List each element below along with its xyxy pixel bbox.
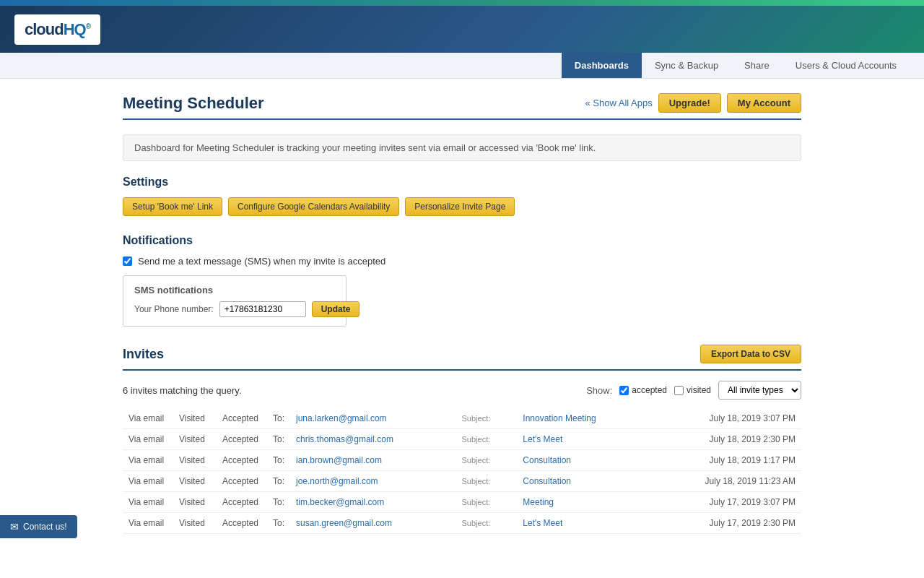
subject-link[interactable]: Meeting — [523, 497, 554, 507]
cell-to: To: — [267, 408, 290, 429]
invites-header: Invites Export Data to CSV — [123, 345, 801, 371]
page-header-actions: « Show All Apps Upgrade! My Account — [585, 93, 802, 113]
cell-to: To: — [267, 471, 290, 492]
upgrade-button[interactable]: Upgrade! — [658, 93, 721, 113]
filter-accepted-item: accepted — [619, 385, 667, 395]
cell-email: tim.becker@gmail.com — [290, 492, 456, 513]
table-row: Via email Visited Accepted To: ian.brown… — [123, 450, 801, 471]
update-button[interactable]: Update — [312, 301, 360, 317]
cell-visited: Visited — [173, 492, 217, 513]
nav-tab-share[interactable]: Share — [731, 53, 783, 78]
top-accent-bar — [0, 0, 924, 6]
filter-checkboxes: accepted visited — [619, 385, 711, 395]
cell-accepted: Accepted — [217, 408, 267, 429]
cell-visited: Visited — [173, 513, 217, 534]
subject-link[interactable]: Let's Meet — [523, 518, 562, 528]
cell-date: July 18, 2019 2:30 PM — [646, 429, 801, 450]
email-link[interactable]: juna.larken@gmail.com — [296, 413, 387, 423]
phone-label: Your Phone number: — [134, 304, 214, 314]
cell-email: juna.larken@gmail.com — [290, 408, 456, 429]
cell-subject: Let's Meet — [517, 429, 646, 450]
cell-subject-label: Subject: — [456, 408, 518, 429]
cell-subject: Consultation — [517, 450, 646, 471]
email-link[interactable]: chris.thomas@gmail.com — [296, 434, 393, 444]
show-label: Show: — [586, 385, 612, 396]
cell-email: joe.north@gmail.com — [290, 471, 456, 492]
cell-to: To: — [267, 513, 290, 534]
table-row: Via email Visited Accepted To: tim.becke… — [123, 492, 801, 513]
cell-subject-label: Subject: — [456, 429, 518, 450]
settings-title: Settings — [123, 176, 801, 189]
cell-accepted: Accepted — [217, 513, 267, 534]
cell-via: Via email — [123, 429, 173, 450]
subject-link[interactable]: Consultation — [523, 476, 571, 486]
configure-calendar-button[interactable]: Configure Google Calendars Availability — [228, 197, 399, 216]
filter-visited-checkbox[interactable] — [674, 386, 684, 395]
cell-visited: Visited — [173, 408, 217, 429]
notifications-section: Notifications Send me a text message (SM… — [123, 234, 801, 327]
sms-row: Your Phone number: Update — [134, 301, 335, 317]
cell-visited: Visited — [173, 429, 217, 450]
cell-email: susan.green@gmail.com — [290, 513, 456, 534]
email-link[interactable]: susan.green@gmail.com — [296, 518, 392, 528]
cell-subject: Innovation Meeting — [517, 408, 646, 429]
show-all-apps-link[interactable]: « Show All Apps — [585, 98, 653, 108]
logo: cloudHQ® — [14, 14, 100, 45]
page-description: Dashboard for Meeting Scheduler is track… — [123, 134, 801, 161]
nav-tab-sync-backup[interactable]: Sync & Backup — [642, 53, 731, 78]
cell-accepted: Accepted — [217, 429, 267, 450]
cell-via: Via email — [123, 492, 173, 513]
setup-bookme-button[interactable]: Setup 'Book me' Link — [123, 197, 222, 216]
cell-accepted: Accepted — [217, 471, 267, 492]
contact-us-button[interactable]: ✉ Contact us! — [0, 515, 77, 538]
my-account-button[interactable]: My Account — [727, 93, 801, 113]
invite-type-select[interactable]: All invite types Accepted Visited — [718, 381, 801, 400]
phone-input[interactable] — [219, 301, 306, 317]
table-row: Via email Visited Accepted To: juna.lark… — [123, 408, 801, 429]
subject-link[interactable]: Consultation — [523, 455, 571, 465]
cell-via: Via email — [123, 450, 173, 471]
sms-checkbox[interactable] — [123, 256, 132, 266]
cell-visited: Visited — [173, 471, 217, 492]
cell-subject: Meeting — [517, 492, 646, 513]
table-row: Via email Visited Accepted To: susan.gre… — [123, 513, 801, 534]
export-csv-button[interactable]: Export Data to CSV — [700, 345, 801, 363]
subject-link[interactable]: Let's Meet — [523, 434, 562, 444]
contact-label: Contact us! — [23, 522, 67, 532]
invites-table: Via email Visited Accepted To: juna.lark… — [123, 408, 801, 534]
page-title: Meeting Scheduler — [123, 94, 264, 113]
personalize-button[interactable]: Personalize Invite Page — [405, 197, 515, 216]
filter-row: 6 invites matching the query. Show: acce… — [123, 381, 801, 400]
email-link[interactable]: tim.becker@gmail.com — [296, 497, 384, 507]
cell-via: Via email — [123, 408, 173, 429]
filter-accepted-checkbox[interactable] — [619, 386, 629, 395]
filter-visited-item: visited — [674, 385, 711, 395]
cell-subject-label: Subject: — [456, 450, 518, 471]
subject-link[interactable]: Innovation Meeting — [523, 413, 596, 423]
cell-date: July 18, 2019 1:17 PM — [646, 450, 801, 471]
cell-subject: Let's Meet — [517, 513, 646, 534]
cell-accepted: Accepted — [217, 450, 267, 471]
cell-subject-label: Subject: — [456, 492, 518, 513]
main-content: Meeting Scheduler « Show All Apps Upgrad… — [108, 79, 816, 578]
sms-checkbox-row: Send me a text message (SMS) when my inv… — [123, 256, 801, 267]
cell-date: July 17, 2019 3:07 PM — [646, 492, 801, 513]
invites-count: 6 invites matching the query. — [123, 385, 242, 396]
cell-subject-label: Subject: — [456, 471, 518, 492]
page-header: Meeting Scheduler « Show All Apps Upgrad… — [123, 93, 801, 120]
nav-tab-dashboards[interactable]: Dashboards — [562, 53, 642, 78]
sms-box: SMS notifications Your Phone number: Upd… — [123, 275, 346, 327]
invites-section: Invites Export Data to CSV 6 invites mat… — [123, 345, 801, 534]
notifications-title: Notifications — [123, 234, 801, 247]
invites-title: Invites — [123, 347, 164, 362]
settings-buttons: Setup 'Book me' Link Configure Google Ca… — [123, 197, 801, 216]
nav-bar: Dashboards Sync & Backup Share Users & C… — [0, 53, 924, 79]
email-link[interactable]: joe.north@gmail.com — [296, 476, 378, 486]
nav-tab-users-cloud[interactable]: Users & Cloud Accounts — [783, 53, 910, 78]
filter-accepted-label: accepted — [632, 385, 667, 395]
cell-subject: Consultation — [517, 471, 646, 492]
cell-date: July 17, 2019 2:30 PM — [646, 513, 801, 534]
settings-section: Settings Setup 'Book me' Link Configure … — [123, 176, 801, 216]
cell-email: chris.thomas@gmail.com — [290, 429, 456, 450]
email-link[interactable]: ian.brown@gmail.com — [296, 455, 382, 465]
